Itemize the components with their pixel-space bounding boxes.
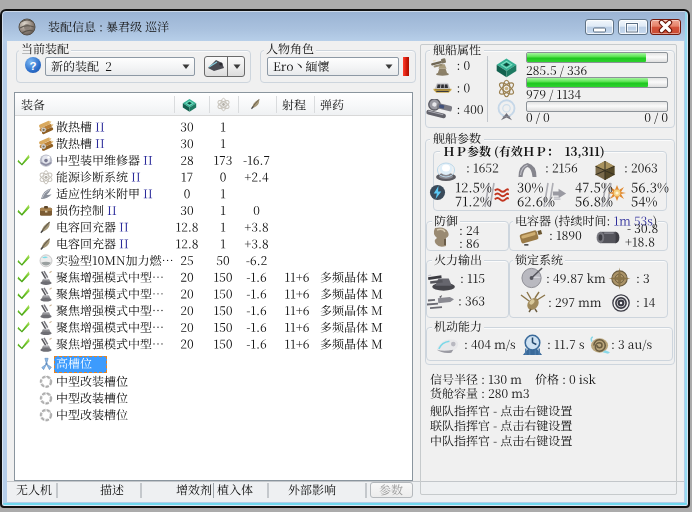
svg-text:?: ? (29, 60, 36, 72)
